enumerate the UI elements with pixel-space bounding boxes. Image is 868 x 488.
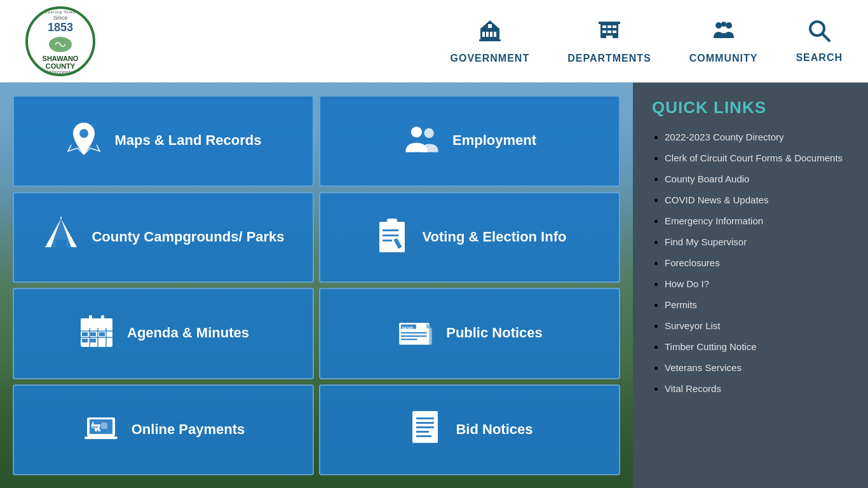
logo-state: Wisconsin [28,70,93,76]
quick-link-permits[interactable]: Permits [665,299,697,310]
quick-link-timber-cutting[interactable]: Timber Cutting Notice [665,341,757,352]
quick-link-county-board-audio[interactable]: County Board Audio [665,173,749,184]
svg-rect-31 [387,219,397,225]
svg-rect-46 [90,332,96,336]
svg-point-23 [79,129,88,138]
svg-point-25 [424,128,433,137]
quick-link-veterans-services[interactable]: Veterans Services [665,362,742,373]
svg-rect-32 [383,229,398,231]
nav-community[interactable]: COMMUNITY [689,18,758,64]
svg-rect-33 [383,234,398,236]
tile-public-notices[interactable]: NEWS Public Notices [319,288,620,379]
community-icon [710,18,738,49]
quick-link-clerk-forms[interactable]: Clerk of Circuit Court Forms & Documents [665,152,843,163]
quick-link-item-foreclosures: Foreclosures [665,256,849,269]
nav-departments[interactable]: DEPARTMENTS [567,18,651,64]
tile-voting-election-label: Voting & Election Info [423,228,567,247]
svg-point-20 [721,22,726,27]
quick-link-item-covid-news: COVID News & Updates [665,193,849,207]
quick-links-title: QUICK LINKS [652,98,849,118]
tile-county-campgrounds-label: County Campgrounds/ Parks [92,228,284,247]
quick-link-how-do-i[interactable]: How Do I? [665,278,709,289]
cart-icon [82,408,120,451]
nav-community-label: COMMUNITY [689,53,758,64]
quick-link-item-clerk-forms: Clerk of Circuit Court Forms & Documents [665,151,849,165]
svg-rect-2 [482,32,485,37]
svg-rect-34 [383,240,392,241]
nav-search[interactable]: SEARCH [796,18,843,64]
quick-link-county-directory[interactable]: 2022-2023 County Directory [665,132,784,142]
quick-link-surveyor-list[interactable]: Surveyor List [665,320,721,331]
tile-voting-election[interactable]: Voting & Election Info [319,192,620,283]
svg-rect-8 [479,39,501,41]
tile-online-payments[interactable]: Online Payments [13,384,314,476]
svg-rect-3 [486,32,489,37]
svg-rect-50 [89,315,92,323]
svg-point-24 [411,126,422,137]
svg-point-62 [95,429,97,431]
tile-employment[interactable]: Employment [319,95,620,187]
svg-line-22 [822,34,829,41]
svg-point-19 [726,22,732,29]
svg-rect-10 [602,25,606,28]
tile-agenda-minutes[interactable]: Agenda & Minutes [13,288,314,379]
svg-point-18 [715,22,722,29]
tile-bid-notices-label: Bid Notices [456,421,532,439]
quick-link-vital-records[interactable]: Vital Records [665,383,721,394]
nav-government[interactable]: GOVERNMENT [451,18,530,64]
document-icon [406,408,444,451]
svg-rect-48 [82,339,88,342]
logo[interactable]: Honoring Tradition · Discovering Tomorro… [25,6,95,76]
logo-area: Honoring Tradition · Discovering Tomorro… [25,6,95,76]
quick-link-emergency-info[interactable]: Emergency Information [665,215,763,226]
svg-rect-57 [401,336,427,337]
tile-public-notices-label: Public Notices [446,324,543,342]
tile-maps-land-records[interactable]: Maps & Land Records [13,95,314,187]
svg-point-63 [98,429,100,431]
svg-rect-68 [101,423,107,429]
svg-rect-58 [401,339,417,340]
tent-icon [42,215,80,259]
quick-link-item-veterans-services: Veterans Services [665,361,849,374]
tile-county-campgrounds[interactable]: County Campgrounds/ Parks [13,192,314,283]
svg-rect-16 [599,22,620,24]
newspaper-icon: NEWS [397,312,435,355]
header: Honoring Tradition · Discovering Tomorro… [0,0,868,83]
quick-link-item-find-supervisor: Find My Supervisor [665,235,849,248]
svg-rect-14 [607,30,611,33]
quick-link-find-supervisor[interactable]: Find My Supervisor [665,236,747,247]
hero-section: Maps & Land Records Employment [0,83,633,488]
map-pin-icon [65,119,103,163]
svg-rect-70 [416,417,434,419]
quick-link-item-emergency-info: Emergency Information [665,214,849,227]
quick-link-covid-news[interactable]: COVID News & Updates [665,194,768,205]
people-icon [403,119,441,163]
logo-name: SHAWANO COUNTY [28,55,93,70]
svg-rect-11 [607,25,611,28]
quick-link-item-timber-cutting: Timber Cutting Notice [665,340,849,353]
quick-link-item-county-board-audio: County Board Audio [665,172,849,186]
svg-rect-7 [488,24,492,28]
nav-government-label: GOVERNMENT [451,53,530,64]
quick-link-item-vital-records: Vital Records [665,382,849,395]
quick-link-item-permits: Permits [665,298,849,311]
main-nav: GOVERNMENT DEPARTMENTS [451,18,843,64]
quick-link-item-surveyor-list: Surveyor List [665,319,849,332]
quick-link-foreclosures[interactable]: Foreclosures [665,257,720,268]
svg-rect-17 [606,36,613,39]
svg-rect-4 [490,32,492,37]
svg-rect-72 [416,426,434,428]
svg-rect-74 [416,435,431,437]
svg-rect-61 [85,437,118,439]
quick-links-sidebar: QUICK LINKS 2022-2023 County DirectoryCl… [633,83,868,488]
tiles-grid: Maps & Land Records Employment [0,83,633,488]
svg-rect-73 [416,431,429,433]
tile-employment-label: Employment [452,132,536,150]
logo-arc-top: Honoring Tradition · Discovering Tomorro… [28,6,93,15]
svg-rect-39 [81,323,112,328]
clipboard-icon [373,215,411,259]
tile-bid-notices[interactable]: Bid Notices [319,384,620,476]
search-icon [807,18,831,48]
svg-rect-47 [99,332,105,336]
svg-rect-15 [613,30,616,33]
